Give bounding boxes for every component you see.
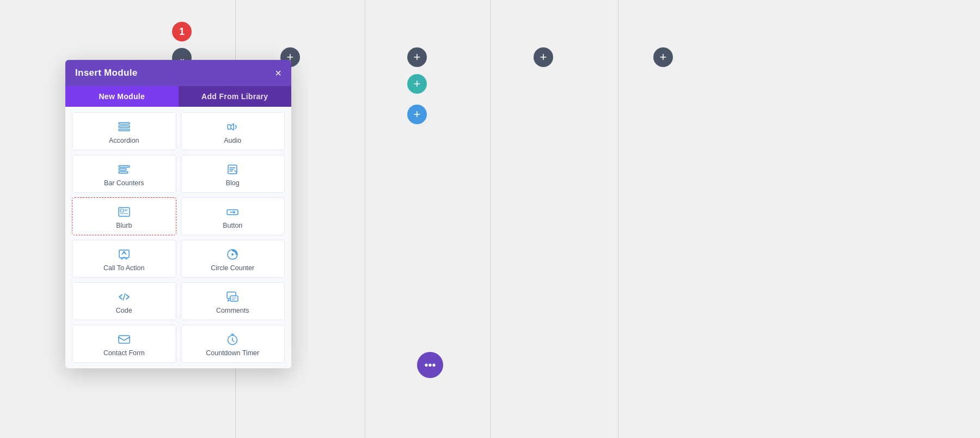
more-options-button[interactable]: ••• [417,352,443,378]
add-module-button-teal[interactable]: + [407,74,427,94]
svg-rect-3 [228,125,231,129]
code-label: Code [116,307,132,314]
svg-rect-6 [119,172,128,173]
add-module-button-4[interactable]: + [653,47,673,67]
button-icon [226,205,238,218]
module-item-comments[interactable]: Comments [181,282,285,320]
blurb-label: Blurb [116,222,132,229]
module-item-blog[interactable]: Blog [181,155,285,193]
module-item-call-to-action[interactable]: Call To Action [72,240,176,278]
module-item-circle-counter[interactable]: Circle Counter [181,240,285,278]
circle-counter-label: Circle Counter [211,264,254,272]
call-to-action-label: Call To Action [103,264,145,272]
svg-point-11 [123,252,125,253]
module-item-button[interactable]: Button [181,197,285,235]
countdown-timer-label: Countdown Timer [206,349,259,357]
grid-line-3 [490,0,491,438]
module-item-bar-counters[interactable]: Bar Counters [72,155,176,193]
svg-rect-1 [119,126,130,127]
svg-rect-15 [230,296,238,301]
modal-close-button[interactable]: × [275,68,281,78]
module-item-blurb[interactable]: Blurb [72,197,176,235]
comments-label: Comments [216,307,249,314]
module-item-accordion[interactable]: Accordion [72,112,176,150]
modal-header: Insert Module × [65,60,291,86]
bar-counters-icon [118,163,130,176]
module-item-audio[interactable]: Audio [181,112,285,150]
module-item-contact-form[interactable]: Contact Form [72,325,176,363]
modal-title: Insert Module [75,68,137,78]
module-item-countdown-timer[interactable]: Countdown Timer [181,325,285,363]
contact-form-icon [118,333,130,346]
code-icon [118,290,130,303]
grid-line-4 [618,0,618,438]
audio-icon [227,120,238,133]
insert-module-modal: Insert Module × New Module Add From Libr… [65,60,291,368]
svg-point-13 [231,253,234,256]
accordion-icon [118,120,130,133]
blurb-icon [118,205,130,218]
tab-new-module[interactable]: New Module [65,86,179,107]
svg-rect-0 [119,123,130,124]
audio-label: Audio [224,137,241,144]
tab-add-from-library[interactable]: Add From Library [179,86,292,107]
countdown-timer-icon [226,333,238,346]
svg-rect-16 [119,336,130,343]
module-item-code[interactable]: Code [72,282,176,320]
call-to-action-icon [118,248,130,261]
add-module-button-3[interactable]: + [534,47,553,67]
svg-rect-9 [120,209,124,212]
svg-rect-4 [119,166,130,167]
add-module-button-blue[interactable]: + [407,105,427,124]
accordion-label: Accordion [109,137,139,144]
blog-label: Blog [226,179,240,187]
blog-icon [227,163,238,176]
button-label: Button [223,222,242,229]
bar-counters-label: Bar Counters [104,179,144,187]
grid-line-2 [365,0,365,438]
modal-tabs: New Module Add From Library [65,86,291,107]
svg-rect-2 [119,129,130,131]
contact-form-label: Contact Form [103,349,145,357]
module-grid: Accordion Audio Bar Counte [65,107,291,368]
add-module-button-2[interactable]: + [407,47,427,67]
circle-counter-icon [226,248,238,261]
step-badge: 1 [172,22,192,41]
svg-rect-5 [119,169,126,171]
comments-icon [226,290,238,303]
